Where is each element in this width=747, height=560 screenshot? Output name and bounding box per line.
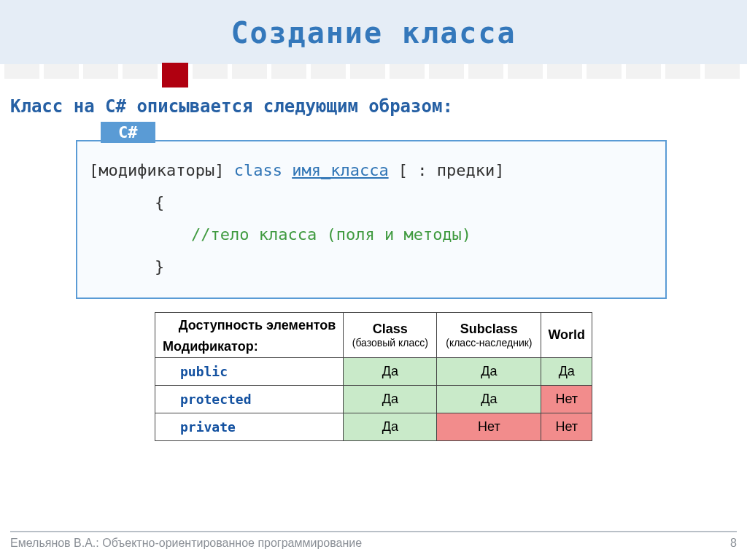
code-line-1: [модификаторы] class имя_класса [ : пред… [89,161,505,179]
code-area: C# [модификаторы] class имя_класса [ : п… [76,140,667,299]
page-title: Создание класса [0,16,747,50]
col-class: Class (базовый класс) [344,313,437,358]
header-band: Создание класса [0,0,747,64]
code-comment: //тело класса (поля и методы) [89,219,654,251]
modifier-protected: protected [155,386,344,413]
keyword-class: class [234,161,282,179]
access-table: Доступность элементов Модификатор: Class… [155,312,592,441]
class-name-placeholder: имя_класса [292,161,388,179]
table-row: private Да Нет Нет [155,413,592,441]
brace-close: } [89,251,654,283]
page-number: 8 [730,537,737,550]
code-tab: C# [101,122,155,143]
footer-author: Емельянов В.А.: Объектно-ориентированное… [10,537,362,550]
col-subclass: Subclass (класс-наследник) [437,313,541,358]
code-box: [модификаторы] class имя_класса [ : пред… [76,140,667,299]
lead-text: Класс на C# описывается следующим образо… [0,86,747,121]
progress-marker [162,63,188,88]
brace-open: { [89,187,654,219]
col-world: World [541,313,592,358]
table-corner: Доступность элементов Модификатор: [155,313,344,358]
modifier-private: private [155,413,344,441]
decorative-ticks [0,64,747,86]
table-row: public Да Да Да [155,358,592,386]
modifier-public: public [155,358,344,386]
table-row: protected Да Да Нет [155,386,592,413]
access-table-wrap: Доступность элементов Модификатор: Class… [155,312,592,441]
footer: Емельянов В.А.: Объектно-ориентированное… [10,531,737,550]
